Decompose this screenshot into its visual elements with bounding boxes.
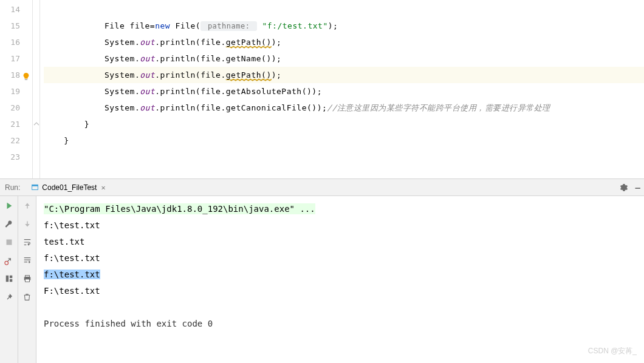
code-line[interactable]: } (44, 116, 644, 132)
watermark: CSDN @安苒_ (588, 343, 637, 359)
console-line: "C:\Program Files\Java\jdk1.8.0_192\bin\… (44, 201, 637, 217)
console-line: f:\test.txt (44, 266, 637, 283)
run-toolbar-secondary (18, 196, 36, 363)
layout-icon[interactable] (4, 274, 14, 283)
run-header: Run: Code01_FileTest ✕ — (0, 179, 644, 196)
minimize-icon[interactable]: — (635, 183, 640, 192)
console-output[interactable]: "C:\Program Files\Java\jdk1.8.0_192\bin\… (36, 196, 644, 363)
code-line[interactable] (44, 149, 644, 165)
line-number[interactable]: 17 (0, 50, 32, 67)
line-number[interactable]: 19 (0, 83, 32, 100)
svg-point-4 (5, 261, 9, 265)
console-line: F:\test.txt (44, 283, 637, 299)
debug-stop-icon[interactable] (4, 256, 14, 265)
console-line: Process finished with exit code 0 (44, 316, 637, 332)
run-label: Run: (5, 183, 20, 192)
arrow-up-icon[interactable] (22, 201, 32, 211)
run-icon[interactable] (4, 201, 14, 211)
line-number[interactable]: 22 (0, 132, 32, 149)
code-line[interactable]: } (44, 132, 644, 149)
code-line[interactable]: System.out.println(file.getPath()); (44, 67, 644, 83)
line-number[interactable]: 15 (0, 18, 32, 34)
scroll-to-end-icon[interactable] (22, 256, 32, 265)
line-number[interactable]: 23 (0, 149, 32, 165)
code-line[interactable]: System.out.println(file.getCanonicalFile… (44, 100, 644, 116)
editor-area: 14151617181920212223 File file=new File(… (0, 0, 644, 179)
gear-icon[interactable] (620, 183, 628, 192)
svg-rect-6 (9, 276, 12, 278)
header-icons: — (620, 183, 640, 192)
code-line[interactable]: System.out.println(file.getAbsolutePath(… (44, 83, 644, 100)
fold-column (33, 0, 40, 178)
console-line (44, 299, 637, 316)
svg-rect-0 (25, 79, 27, 80)
gutter: 14151617181920212223 (0, 0, 33, 178)
code-area[interactable]: File file=new File( pathname: "f:/test.t… (40, 0, 644, 178)
soft-wrap-icon[interactable] (22, 237, 32, 247)
fold-marker-icon[interactable] (33, 121, 39, 128)
code-line[interactable]: System.out.println(file.getPath()); (44, 34, 644, 50)
svg-rect-2 (32, 185, 38, 186)
app-icon (31, 183, 39, 191)
svg-rect-3 (6, 240, 12, 245)
code-line[interactable]: System.out.println(file.getName()); (44, 50, 644, 67)
pin-icon[interactable] (4, 292, 14, 302)
svg-rect-10 (25, 279, 29, 282)
close-icon[interactable]: ✕ (101, 183, 105, 192)
run-tab-name: Code01_FileTest (42, 183, 97, 192)
console-line: f:\test.txt (44, 250, 637, 266)
arrow-down-icon[interactable] (22, 219, 32, 229)
line-number[interactable]: 14 (0, 1, 32, 18)
svg-rect-7 (9, 279, 12, 282)
svg-rect-8 (25, 276, 29, 277)
run-panel: Run: Code01_FileTest ✕ — "C (0, 179, 644, 363)
code-line[interactable]: File file=new File( pathname: "f:/test.t… (44, 18, 644, 34)
trash-icon[interactable] (22, 292, 32, 302)
stop-icon[interactable] (4, 237, 14, 247)
svg-rect-5 (5, 276, 8, 282)
code-line[interactable] (44, 1, 644, 18)
run-toolbar-primary (0, 196, 18, 363)
run-tab[interactable]: Code01_FileTest ✕ (26, 179, 110, 195)
line-number[interactable]: 20 (0, 100, 32, 116)
print-icon[interactable] (22, 274, 32, 283)
line-number[interactable]: 21 (0, 116, 32, 132)
console-line: f:\test.txt (44, 217, 637, 234)
line-number[interactable]: 18 (0, 67, 32, 83)
bulb-icon[interactable] (22, 70, 30, 78)
run-body: "C:\Program Files\Java\jdk1.8.0_192\bin\… (0, 196, 644, 363)
console-line: test.txt (44, 234, 637, 250)
wrench-icon[interactable] (4, 219, 14, 229)
line-number[interactable]: 16 (0, 34, 32, 50)
